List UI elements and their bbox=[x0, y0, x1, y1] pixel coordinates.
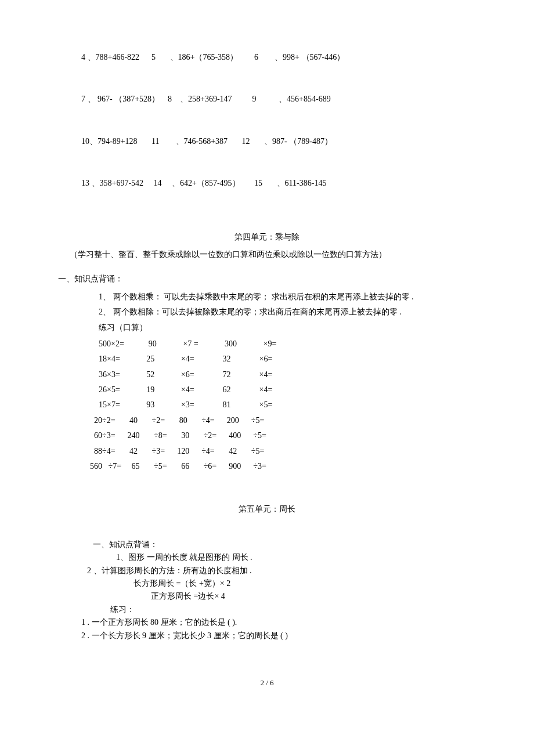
unit5-p4: 正方形周长 =边长× 4 bbox=[151, 590, 499, 603]
mul-row: 15×7= 93 ×3= 81 ×5= bbox=[99, 397, 276, 413]
div-row: 88÷4= 42 ÷3= 120 ÷4= 42 ÷5= bbox=[90, 444, 266, 459]
unit5-title: 第五单元：周长 bbox=[35, 503, 499, 516]
division-table: 20÷2= 40 ÷2= 80 ÷4= 200 ÷5= 60÷3= 240 ÷8… bbox=[90, 413, 266, 475]
unit4-point2: 2、 两个数相除：可以去掉被除数末尾的零；求出商后在商的末尾再添上被去掉的零 . bbox=[99, 306, 499, 319]
problem-row-2: 7 、 967- （387+528） 8 、258+369-147 9 、456… bbox=[81, 93, 499, 106]
unit5-p3: 长方形周长 =（长 +宽）× 2 bbox=[134, 577, 499, 590]
mul-row: 26×5= 19 ×4= 62 ×4= bbox=[99, 382, 276, 397]
div-row: 60÷3= 240 ÷8= 30 ÷2= 400 ÷5= bbox=[90, 428, 266, 443]
unit5-q2: 2 . 一个长方形长 9 厘米；宽比长少 3 厘米；它的周长是 ( ) bbox=[81, 630, 499, 642]
unit4-heading: 一、知识点背诵： bbox=[58, 273, 499, 285]
unit4-point1: 1、 两个数相乘： 可以先去掉乘数中末尾的零； 求出积后在积的末尾再添上被去掉的… bbox=[99, 291, 499, 303]
multiplication-table: 500×2= 90 ×7 = 300 ×9= 18×4= 25 ×4= 32 ×… bbox=[99, 337, 276, 413]
page-footer: 2 / 6 bbox=[35, 677, 499, 689]
unit5-p1: 1、图形 一周的长度 就是图形的 周长 . bbox=[116, 551, 499, 564]
mul-row: 500×2= 90 ×7 = 300 ×9= bbox=[99, 337, 276, 352]
div-row: 20÷2= 40 ÷2= 80 ÷4= 200 ÷5= bbox=[90, 413, 266, 428]
unit4-title: 第四单元：乘与除 bbox=[35, 231, 499, 244]
unit5-p2: 2 、计算图形周长的方法：所有边的长度相加 . bbox=[87, 565, 499, 577]
unit5-q1: 1 . 一个正方形周长 80 厘米；它的边长是 ( ). bbox=[81, 616, 499, 629]
unit4-subtitle: （学习整十、整百、整千数乘或除以一位数的口算和两位乘以或除以一位数的口算方法） bbox=[70, 248, 499, 261]
mul-row: 18×4= 25 ×4= 32 ×6= bbox=[99, 352, 276, 367]
problem-row-3: 10、794-89+128 11 、746-568+387 12 、987- （… bbox=[81, 135, 499, 148]
unit4-practice-label: 练习（口算） bbox=[99, 321, 499, 334]
mul-row: 36×3= 52 ×6= 72 ×4= bbox=[99, 367, 276, 382]
problem-row-1: 4 、788+466-822 5 、186+（765-358） 6 、998+ … bbox=[81, 51, 499, 64]
unit5-practice-label: 练习： bbox=[110, 603, 499, 616]
unit5-heading: 一、知识点背诵： bbox=[93, 538, 499, 551]
div-row: 560 ÷7= 65 ÷5= 66 ÷6= 900 ÷3= bbox=[90, 459, 266, 474]
problem-row-4: 13 、358+697-542 14 、642+（857-495） 15 、61… bbox=[81, 177, 499, 190]
